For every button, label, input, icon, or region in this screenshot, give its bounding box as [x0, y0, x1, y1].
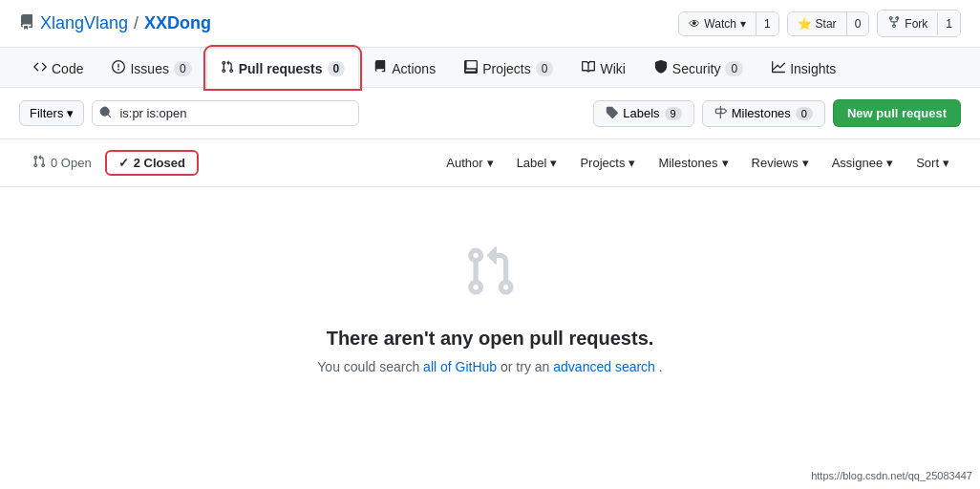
fork-icon	[887, 15, 901, 32]
code-icon	[33, 60, 47, 76]
header-actions: 👁 Watch ▾ 1 ⭐ Star 0 Fork	[678, 10, 961, 37]
repo-owner[interactable]: XlangVlang	[40, 13, 128, 33]
pull-requests-badge: 0	[328, 61, 346, 76]
pull-requests-icon	[221, 60, 234, 76]
chevron-down-icon: ▾	[487, 156, 494, 170]
projects-dropdown[interactable]: Projects ▾	[568, 150, 647, 176]
tab-code[interactable]: Code	[19, 48, 97, 88]
chevron-down-icon: ▾	[67, 106, 74, 120]
insights-icon	[772, 60, 785, 76]
issues-icon	[112, 60, 125, 76]
search-input[interactable]	[92, 100, 359, 126]
star-button[interactable]: ⭐ Star	[788, 12, 846, 35]
chevron-down-icon: ▾	[802, 156, 809, 170]
star-count[interactable]: 0	[846, 12, 869, 35]
repo-title: XlangVlang / XXDong	[19, 13, 211, 33]
repo-name[interactable]: XXDong	[144, 13, 211, 33]
labels-label: Labels	[623, 106, 659, 120]
label-dropdown[interactable]: Label ▾	[505, 150, 569, 176]
tab-issues[interactable]: Issues 0	[97, 48, 205, 88]
projects-dropdown-label: Projects	[580, 156, 625, 170]
empty-desc-prefix: You could search	[317, 359, 419, 374]
watch-button[interactable]: 👁 Watch ▾	[679, 12, 756, 35]
tab-insights[interactable]: Insights	[757, 48, 850, 88]
tab-actions-label: Actions	[392, 61, 436, 76]
labels-count: 9	[665, 107, 682, 120]
star-icon: ⭐	[798, 17, 812, 31]
tab-projects-label: Projects	[482, 61, 531, 76]
actions-icon	[373, 60, 387, 76]
eye-icon: 👁	[689, 17, 700, 31]
filter-closed-button[interactable]: ✓ 2 Closed	[105, 150, 199, 176]
empty-state: There aren't any open pull requests. You…	[0, 187, 980, 432]
security-badge: 0	[725, 61, 743, 76]
milestone-icon	[714, 106, 727, 121]
tab-wiki[interactable]: Wiki	[567, 48, 639, 88]
advanced-search-link[interactable]: advanced search	[553, 359, 655, 374]
chevron-down-icon: ▾	[722, 156, 729, 170]
filter-bar: 0 Open ✓ 2 Closed Author ▾ Label ▾ Proje…	[0, 139, 980, 187]
tab-security-label: Security	[672, 61, 721, 76]
projects-icon	[464, 60, 478, 76]
tab-wiki-label: Wiki	[600, 61, 625, 76]
labels-button[interactable]: Labels 9	[593, 100, 693, 127]
nav-tabs: Code Issues 0 Pull requests 0 Actions Pr…	[0, 48, 980, 88]
empty-desc-mid: or try an	[501, 359, 553, 374]
milestones-button[interactable]: Milestones 0	[702, 100, 825, 127]
search-wrapper	[92, 100, 359, 126]
fork-button-group[interactable]: Fork 1	[877, 10, 961, 37]
milestones-dropdown-label: Milestones	[658, 156, 717, 170]
tab-pull-requests[interactable]: Pull requests 0	[206, 48, 360, 88]
wiki-icon	[582, 60, 595, 76]
toolbar-right: Labels 9 Milestones 0 New pull request	[593, 99, 961, 127]
fork-button[interactable]: Fork	[878, 11, 937, 36]
tag-icon	[606, 106, 618, 121]
projects-badge: 0	[536, 61, 554, 76]
empty-title: There aren't any open pull requests.	[327, 328, 654, 350]
repo-icon	[19, 14, 34, 33]
milestones-count: 0	[796, 107, 813, 120]
author-label: Author	[446, 156, 482, 170]
filter-open-button[interactable]: 0 Open	[19, 149, 105, 177]
all-of-github-link[interactable]: all of GitHub	[423, 359, 497, 374]
empty-desc-suffix: .	[659, 359, 663, 374]
fork-label: Fork	[905, 17, 927, 31]
chevron-down-icon: ▾	[886, 156, 893, 170]
label-label: Label	[517, 156, 547, 170]
author-dropdown[interactable]: Author ▾	[435, 150, 504, 176]
toolbar: Filters ▾ Labels 9 Milestones 0 New pull…	[0, 88, 980, 139]
chevron-down-icon: ▾	[943, 156, 949, 170]
milestones-label: Milestones	[732, 106, 791, 120]
watch-count[interactable]: 1	[756, 12, 778, 35]
chevron-down-icon: ▾	[628, 156, 635, 170]
star-button-group[interactable]: ⭐ Star 0	[787, 11, 870, 36]
star-label: Star	[816, 17, 837, 31]
repo-separator: /	[134, 13, 138, 33]
closed-count-label: 2 Closed	[134, 156, 185, 170]
tab-actions[interactable]: Actions	[359, 48, 450, 88]
tab-security[interactable]: Security 0	[640, 48, 757, 88]
filters-button[interactable]: Filters ▾	[19, 100, 84, 126]
assignee-label: Assignee	[832, 156, 883, 170]
sort-dropdown[interactable]: Sort ▾	[905, 150, 961, 176]
tab-code-label: Code	[52, 61, 83, 76]
issues-badge: 0	[174, 61, 192, 76]
header: XlangVlang / XXDong 👁 Watch ▾ 1 ⭐ Star 0	[0, 0, 980, 48]
watch-label: Watch	[704, 17, 736, 31]
tab-projects[interactable]: Projects 0	[450, 48, 567, 88]
assignee-dropdown[interactable]: Assignee ▾	[820, 150, 905, 176]
pull-request-open-icon	[32, 155, 46, 171]
milestones-dropdown[interactable]: Milestones ▾	[647, 150, 739, 176]
tab-insights-label: Insights	[790, 61, 836, 76]
watch-button-group[interactable]: 👁 Watch ▾ 1	[678, 11, 778, 36]
fork-count[interactable]: 1	[937, 12, 960, 35]
toolbar-left: Filters ▾	[19, 100, 359, 126]
sort-label: Sort	[916, 156, 939, 170]
search-icon	[99, 106, 112, 121]
tab-pull-requests-label: Pull requests	[239, 61, 323, 76]
tab-issues-label: Issues	[130, 61, 168, 76]
new-pull-request-button[interactable]: New pull request	[833, 99, 961, 127]
reviews-dropdown[interactable]: Reviews ▾	[740, 150, 820, 176]
new-pr-label: New pull request	[847, 106, 947, 120]
security-icon	[654, 60, 668, 76]
